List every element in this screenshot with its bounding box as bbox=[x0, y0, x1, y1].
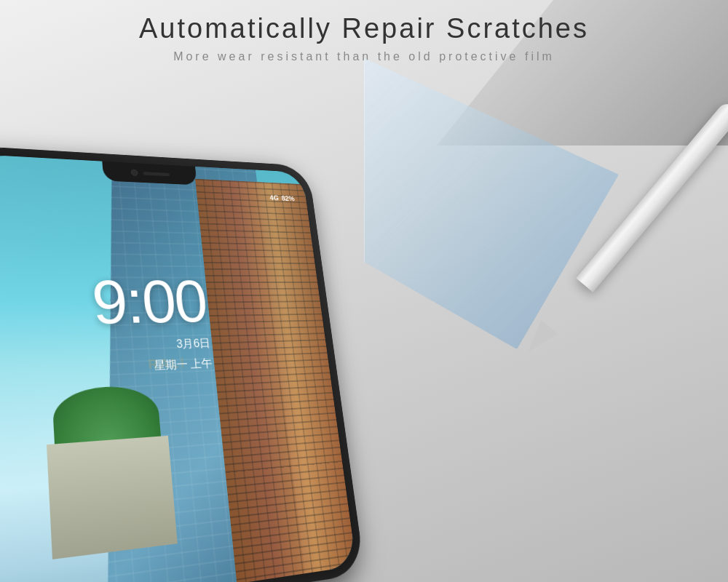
stylus-body bbox=[576, 100, 728, 292]
signal-indicator: 4G bbox=[269, 194, 279, 201]
phone-body: 4G 82% 9:00 3月6日 星期一 上午 RALI bbox=[0, 146, 365, 582]
screen-content: 4G 82% 9:00 3月6日 星期一 上午 RALI bbox=[0, 154, 357, 582]
clock-date: 3月6日 bbox=[95, 337, 211, 355]
notch-speaker bbox=[143, 172, 170, 176]
page-container: Automatically Repair Scratches More wear… bbox=[0, 0, 728, 582]
clock-time: 9:00 bbox=[90, 271, 209, 334]
phone-screen: 4G 82% 9:00 3月6日 星期一 上午 RALI bbox=[0, 154, 357, 582]
notch-camera bbox=[131, 170, 138, 176]
battery-indicator: 82% bbox=[281, 194, 295, 202]
clock-display: 9:00 3月6日 星期一 上午 bbox=[90, 271, 213, 376]
